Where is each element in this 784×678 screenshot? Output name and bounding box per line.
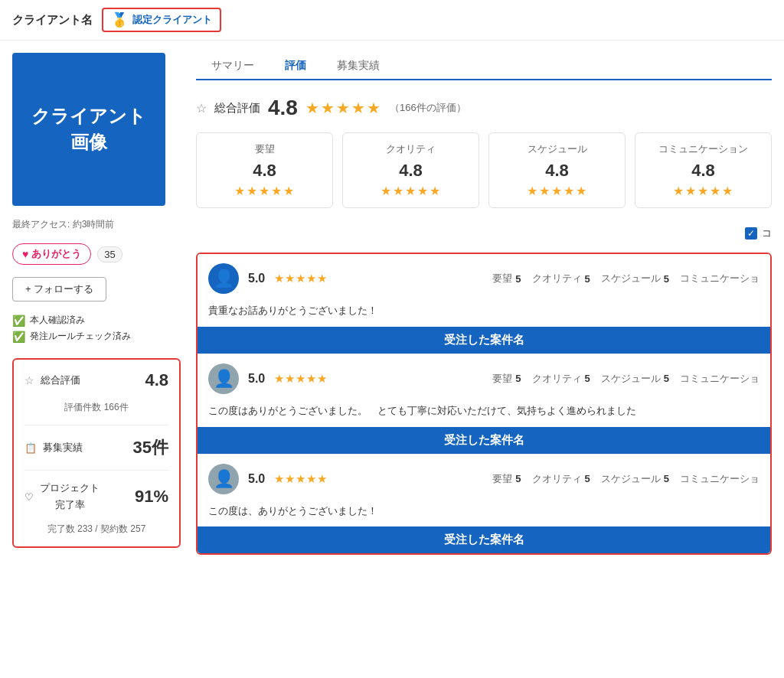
tab-rating[interactable]: 評価 (270, 53, 322, 80)
review-score-2: 5.0 (248, 472, 265, 486)
overall-stars: ★★★★★ (305, 99, 382, 117)
review-project-bar-0: 受注した案件名 (198, 327, 770, 354)
review-header-2: 👤 5.0 ★★★★★ 要望 5 クオリティ 5 (198, 455, 770, 500)
meta-schedule-1: スケジュール 5 (601, 372, 669, 386)
review-item-1: 👤 5.0 ★★★★★ 要望 5 クオリティ 5 (198, 354, 770, 455)
rating-card-score-3: 4.8 (645, 161, 762, 181)
meta-youbou-0: 要望 5 (492, 272, 521, 285)
arigatou-button[interactable]: ♥ ありがとう (12, 243, 91, 265)
rating-card-score-0: 4.8 (206, 161, 323, 181)
review-score-0: 5.0 (248, 272, 265, 285)
rating-card-stars-0: ★★★★★ (206, 184, 323, 198)
review-header-1: 👤 5.0 ★★★★★ 要望 5 クオリティ 5 (198, 354, 770, 400)
avatar-icon-0: 👤 (214, 269, 234, 288)
follow-label: + フォローする (25, 282, 93, 296)
checkbox-label: コ (762, 227, 772, 240)
rating-card-label-1: クオリティ (352, 142, 469, 156)
sidebar: クライアント 画像 最終アクセス: 約3時間前 ♥ ありがとう 35 + フォロ… (12, 53, 181, 666)
overall-star-outline-icon: ☆ (196, 101, 207, 116)
rating-card-score-2: 4.8 (498, 161, 616, 181)
reviews-container: 👤 5.0 ★★★★★ 要望 5 クオリティ 5 (196, 253, 772, 555)
avatar-icon-1: 👤 (214, 369, 234, 389)
verified-item-2: ✅ 発注ルールチェック済み (12, 330, 181, 343)
recruit-stat-row: 📋 募集実績 35件 (24, 436, 168, 459)
stats-box: ☆ 総合評価 4.8 評価件数 166件 📋 募集実績 35件 ♡ (12, 358, 181, 548)
rating-card-label-0: 要望 (206, 142, 323, 156)
rating-card-3: コミュニケーション 4.8 ★★★★★ (635, 132, 772, 208)
review-count-value: 166件 (104, 402, 129, 412)
verified-list: ✅ 本人確認済み ✅ 発注ルールチェック済み (12, 314, 181, 343)
overall-rating-label: 総合評価 (214, 101, 260, 116)
follow-button[interactable]: + フォローする (12, 277, 106, 302)
rating-card-stars-3: ★★★★★ (645, 184, 762, 198)
review-project-bar-1: 受注した案件名 (198, 427, 770, 454)
review-count-label: 評価件数 (64, 402, 101, 412)
certified-badge[interactable]: 🥇 認定クライアント (102, 8, 221, 32)
client-image-line2: 画像 (70, 129, 107, 155)
rating-card-label-3: コミュニケーション (645, 142, 762, 156)
tab-recruit[interactable]: 募集実績 (322, 53, 395, 80)
review-comment-2: この度は、ありがとうございました！ (198, 500, 770, 527)
review-meta-0: 要望 5 クオリティ 5 スケジュール 5 (492, 272, 760, 285)
checkbox-row: ✓ コ (196, 227, 772, 240)
overall-stat-label: 総合評価 (41, 373, 80, 387)
recruit-value: 35件 (133, 436, 168, 459)
avatar-2: 👤 (208, 464, 239, 494)
meta-quality-1: クオリティ 5 (532, 372, 590, 386)
rating-card-2: スケジュール 4.8 ★★★★★ (488, 132, 626, 208)
overall-review-count: （166件の評価） (390, 101, 466, 115)
arigatou-label: ありがとう (31, 247, 81, 261)
project-sub-row: 完了数 233 / 契約数 257 (24, 523, 168, 536)
check-icon-1: ✅ (12, 315, 25, 327)
client-label: クライアント名 (12, 13, 93, 28)
rating-card-label-2: スケジュール (498, 142, 616, 156)
meta-schedule-2: スケジュール 5 (601, 472, 669, 486)
overall-rating-row: ☆ 総合評価 4.8 ★★★★★ （166件の評価） (196, 96, 772, 120)
client-image-box: クライアント 画像 (12, 53, 165, 206)
content-area: サマリー 評価 募集実績 ☆ 総合評価 4.8 ★★★★★ （166件の評価） … (196, 53, 772, 666)
review-project-bar-2: 受注した案件名 (198, 526, 770, 553)
project-icon: ♡ (24, 491, 34, 503)
meta-youbou-2: 要望 5 (492, 472, 521, 486)
review-comment-1: この度はありがとうございました。 とても丁寧に対応いただけて、気持ちよく進められ… (198, 400, 770, 427)
review-stars-1: ★★★★★ (274, 372, 328, 386)
rating-card-score-1: 4.8 (352, 161, 469, 181)
review-meta-2: 要望 5 クオリティ 5 スケジュール 5 (492, 472, 760, 486)
review-meta-1: 要望 5 クオリティ 5 スケジュール 5 (492, 372, 760, 386)
client-image-line1: クライアント (31, 103, 146, 129)
tabs: サマリー 評価 募集実績 (196, 53, 772, 80)
project-percent: 91% (135, 487, 168, 507)
review-item-0: 👤 5.0 ★★★★★ 要望 5 クオリティ 5 (198, 254, 770, 354)
avatar-icon-2: 👤 (214, 469, 234, 489)
project-stat-row: ♡ プロジェクト 完了率 91% (24, 481, 168, 512)
recruit-icon: 📋 (24, 442, 37, 454)
project-label-text: プロジェクト (40, 481, 100, 495)
checkbox[interactable]: ✓ (745, 227, 757, 240)
meta-quality-2: クオリティ 5 (532, 472, 590, 486)
meta-youbou-1: 要望 5 (492, 372, 521, 386)
rating-card-1: クオリティ 4.8 ★★★★★ (342, 132, 479, 208)
header-bar: クライアント名 🥇 認定クライアント (0, 0, 784, 41)
meta-comm-1: コミュニケーショ (680, 372, 760, 386)
tab-summary[interactable]: サマリー (196, 53, 270, 80)
last-access: 最終アクセス: 約3時間前 (12, 218, 181, 231)
verified-item-1: ✅ 本人確認済み (12, 314, 181, 327)
meta-quality-0: クオリティ 5 (532, 272, 590, 285)
arigatou-count: 35 (97, 246, 122, 262)
review-count-row: 評価件数 166件 (24, 401, 168, 414)
check-icon: ✓ (747, 228, 755, 239)
star-outline-icon: ☆ (24, 374, 34, 386)
project-sub: 完了数 233 / 契約数 257 (47, 523, 146, 534)
overall-rating-score: 4.8 (268, 96, 298, 120)
verified-text-1: 本人確認済み (30, 314, 85, 327)
meta-schedule-0: スケジュール 5 (601, 272, 669, 285)
stat-divider-2 (24, 470, 168, 471)
meta-comm-0: コミュニケーショ (680, 272, 760, 285)
main-layout: クライアント 画像 最終アクセス: 約3時間前 ♥ ありがとう 35 + フォロ… (0, 41, 784, 678)
review-comment-0: 貴重なお話ありがとうございました！ (198, 300, 770, 327)
review-stars-2: ★★★★★ (274, 472, 328, 486)
badge-text: 認定クライアント (132, 13, 212, 27)
avatar-1: 👤 (208, 363, 239, 394)
medal-icon: 🥇 (111, 11, 128, 28)
page-wrapper: クライアント名 🥇 認定クライアント クライアント 画像 最終アクセス: 約3時… (0, 0, 784, 678)
